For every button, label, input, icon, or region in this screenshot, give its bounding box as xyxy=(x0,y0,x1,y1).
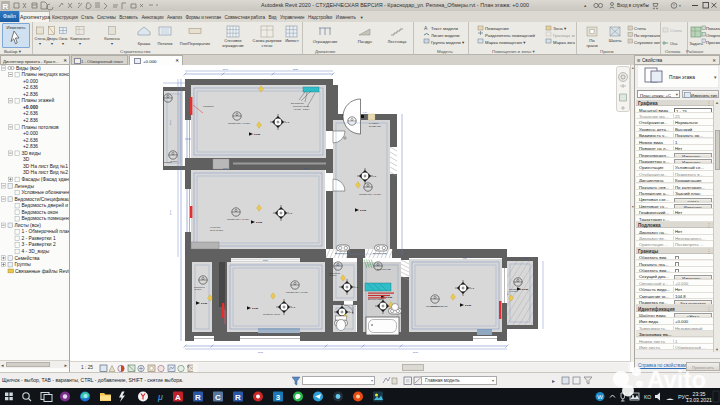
svg-text:1 - Обмерочный план: 1 - Обмерочный план xyxy=(22,228,70,234)
svg-text:2.636: 2.636 xyxy=(201,302,208,305)
svg-text:2 - Развертки 1: 2 - Развертки 1 xyxy=(22,236,56,241)
svg-text:▾: ▾ xyxy=(39,41,41,46)
svg-text:Связанные файлы Revit: Связанные файлы Revit xyxy=(15,268,69,274)
svg-text:План этажа: План этажа xyxy=(669,75,695,80)
svg-text:▾: ▾ xyxy=(79,41,81,46)
svg-text:+0.000: +0.000 xyxy=(23,131,38,136)
svg-text:Стена: Стена xyxy=(634,26,647,31)
svg-text:Avito: Avito xyxy=(647,366,706,393)
svg-text:ограждение: ограждение xyxy=(222,43,243,48)
svg-text:Границы зон: Границы зон xyxy=(553,33,575,38)
svg-text:зона (2.636): зона (2.636) xyxy=(210,229,223,232)
svg-text:▾: ▾ xyxy=(646,3,648,8)
svg-text:Текст модели: Текст модели xyxy=(431,26,459,31)
svg-text:1300: 1300 xyxy=(523,257,529,259)
svg-text:940: 940 xyxy=(363,111,367,113)
svg-text:Ведомость дверей и про...: Ведомость дверей и про... xyxy=(22,202,70,208)
svg-text:2040: 2040 xyxy=(223,68,229,70)
svg-text:Показать: Показать xyxy=(706,26,720,31)
svg-text:Шахта: Шахта xyxy=(609,38,622,43)
svg-text:Помещение: Помещение xyxy=(485,26,509,31)
svg-text:1510: 1510 xyxy=(223,167,229,169)
svg-text:Легенды: Легенды xyxy=(15,184,35,189)
svg-text:Опорная плоскость: Опорная плоскость xyxy=(706,33,720,38)
svg-text:светильник (+2.636): светильник (+2.636) xyxy=(286,291,308,294)
svg-text:Группы: Группы xyxy=(15,262,32,267)
svg-text:С: С xyxy=(215,393,221,402)
svg-text:Ведомости/Спецификаци: Ведомости/Спецификаци xyxy=(15,197,70,202)
svg-text:3120: 3120 xyxy=(293,68,299,70)
svg-text:3D На лист Вид №1: 3D На лист Вид №1 xyxy=(23,164,68,169)
svg-text:+2.836: +2.836 xyxy=(23,144,38,149)
svg-text:(+2.636 - 2.836): (+2.636 - 2.836) xyxy=(293,108,310,110)
svg-text:Вытяжка СВ: Вытяжка СВ xyxy=(377,268,391,271)
svg-text:2.636: 2.636 xyxy=(360,209,367,212)
svg-text:Задать: Задать xyxy=(689,41,703,46)
svg-text:Просмотр: Просмотр xyxy=(706,40,720,45)
svg-text:Вентиляция: Вентиляция xyxy=(291,102,305,104)
svg-text:μ: μ xyxy=(157,392,163,402)
svg-text:Слуховое окно: Слуховое окно xyxy=(634,40,660,45)
svg-text:R: R xyxy=(235,393,241,402)
svg-text:А: А xyxy=(175,393,181,402)
svg-text:Разделитель помещений: Разделитель помещений xyxy=(485,33,535,38)
svg-text:3400: 3400 xyxy=(258,351,264,353)
svg-text:Ось: Ось xyxy=(670,41,678,46)
svg-text:2.636: 2.636 xyxy=(465,304,472,307)
svg-text:Ведомость помещений: Ведомость помещений xyxy=(22,215,70,221)
svg-text:▾: ▾ xyxy=(51,41,53,46)
svg-text:стены: стены xyxy=(262,43,273,48)
svg-text:Фасады (Фасад здания): Фасады (Фасад здания) xyxy=(22,177,70,182)
svg-text:Планы несущих констру...: Планы несущих констру... xyxy=(22,72,70,77)
svg-text:3D виды: 3D виды xyxy=(22,151,42,156)
svg-text:Импост: Импост xyxy=(285,38,299,43)
svg-text:▴: ▴ xyxy=(584,3,587,8)
svg-text:Лестница: Лестница xyxy=(388,39,408,44)
svg-text:Ванная комн.: Ванная комн. xyxy=(368,298,383,301)
svg-text:Гостиная (зона): Гостиная (зона) xyxy=(263,313,281,316)
svg-text:Вытяжка СВ: Вытяжка СВ xyxy=(373,252,387,254)
svg-text:Планы этажей: Планы этажей xyxy=(22,97,55,103)
svg-text:▾: ▾ xyxy=(679,4,681,8)
svg-text:Условные обозначения: Условные обозначения xyxy=(22,190,70,195)
svg-text:2350: 2350 xyxy=(263,259,269,261)
svg-text:2880: 2880 xyxy=(303,167,309,169)
svg-text:?: ? xyxy=(673,3,676,8)
svg-text:(+2.636): (+2.636) xyxy=(509,290,518,293)
svg-text:+2.636: +2.636 xyxy=(23,85,38,90)
svg-text:(2.636): (2.636) xyxy=(329,274,337,277)
svg-text:светильник (+2.636): светильник (+2.636) xyxy=(227,218,249,221)
svg-text:+2.636: +2.636 xyxy=(23,111,38,116)
svg-text:ВХОДНОЙ: ВХОДНОЙ xyxy=(369,125,381,128)
svg-text:Вход в службы: Вход в службы xyxy=(617,3,649,8)
svg-text:+2.836: +2.836 xyxy=(23,92,38,97)
svg-text:(2.636): (2.636) xyxy=(170,160,178,163)
svg-text:По вертикали: По вертикали xyxy=(634,33,660,38)
svg-text:Семейства: Семейства xyxy=(15,255,40,261)
svg-text:Марка помещения ▾: Марка помещения ▾ xyxy=(485,40,526,45)
svg-text:2980: 2980 xyxy=(413,351,419,353)
svg-text:3: 3 xyxy=(276,393,281,402)
svg-text:Вытяжка СВ: Вытяжка СВ xyxy=(335,252,349,254)
svg-text:Ведомость окон: Ведомость окон xyxy=(22,210,59,215)
svg-text:▾: ▾ xyxy=(111,41,113,46)
svg-text:грани: грани xyxy=(586,43,598,48)
svg-text:▾: ▾ xyxy=(62,41,64,46)
svg-text:Листы (все): Листы (все) xyxy=(15,223,42,228)
svg-text:Марка зоны ▾: Марка зоны ▾ xyxy=(553,40,575,45)
svg-text:Ограждение: Ограждение xyxy=(313,39,338,44)
svg-text:2.636: 2.636 xyxy=(386,296,393,299)
svg-text:+2.636: +2.636 xyxy=(23,138,38,143)
svg-text:Планы потолков: Планы потолков xyxy=(22,125,59,130)
svg-text:2.636: 2.636 xyxy=(254,133,261,136)
svg-text:Группа модели ▾: Группа модели ▾ xyxy=(431,40,465,45)
svg-text:светильник (+2.636): светильник (+2.636) xyxy=(228,122,250,125)
svg-text:Пол/Перекрытие: Пол/Перекрытие xyxy=(180,41,210,46)
svg-text:Потолок: Потолок xyxy=(158,41,173,46)
svg-text:Крыша: Крыша xyxy=(138,41,151,46)
svg-text:2610: 2610 xyxy=(169,209,171,215)
svg-text:(2.636): (2.636) xyxy=(194,288,202,291)
svg-text:A: A xyxy=(424,25,428,31)
svg-text:3200: 3200 xyxy=(169,119,171,125)
svg-text:Спальня 2: Спальня 2 xyxy=(431,305,443,308)
